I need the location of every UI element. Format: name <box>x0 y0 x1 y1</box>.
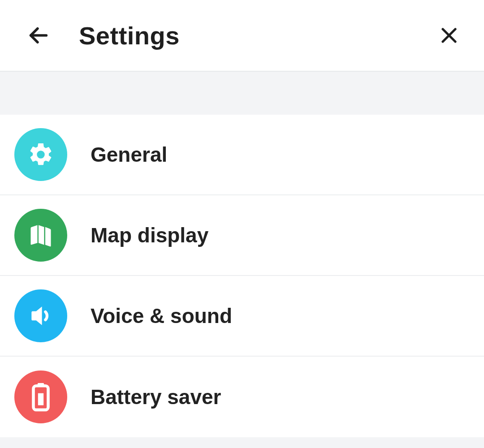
close-icon <box>438 25 460 46</box>
settings-item-battery-saver[interactable]: Battery saver <box>0 357 484 437</box>
settings-item-voice-sound[interactable]: Voice & sound <box>0 276 484 357</box>
arrow-left-icon <box>27 24 50 47</box>
settings-item-general[interactable]: General <box>0 115 484 195</box>
settings-item-label: General <box>91 142 167 167</box>
battery-icon <box>14 370 67 423</box>
section-spacer <box>0 72 484 115</box>
header: Settings <box>0 0 484 72</box>
back-button[interactable] <box>25 22 52 49</box>
settings-item-label: Map display <box>91 223 208 247</box>
settings-item-map-display[interactable]: Map display <box>0 195 484 276</box>
settings-item-label: Voice & sound <box>91 304 232 328</box>
svg-rect-5 <box>38 393 43 405</box>
gear-icon <box>14 128 67 181</box>
speaker-icon <box>14 289 67 342</box>
page-title: Settings <box>79 21 436 50</box>
settings-list: General Map display Voice & sound Batter… <box>0 115 484 437</box>
close-button[interactable] <box>436 22 462 49</box>
map-icon <box>14 209 67 262</box>
settings-item-label: Battery saver <box>91 385 221 409</box>
